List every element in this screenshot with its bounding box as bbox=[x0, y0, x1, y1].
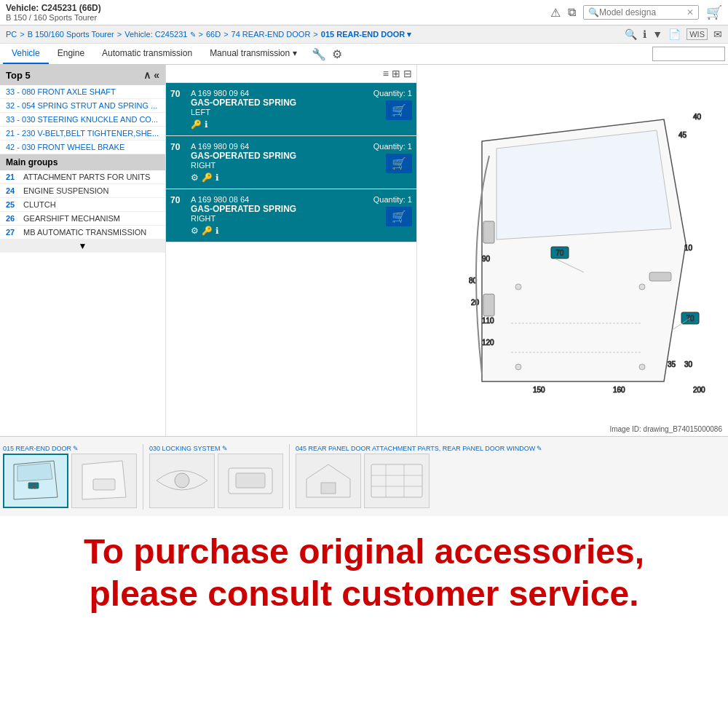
thumb-img-1-0[interactable] bbox=[149, 454, 215, 508]
sidebar-item-4[interactable]: 42 - 030 FRONT WHEEL BRAKE bbox=[0, 141, 165, 154]
svg-text:150: 150 bbox=[533, 386, 545, 394]
group-num-27: 27 bbox=[6, 228, 23, 237]
group-item-25[interactable]: 25 CLUTCH bbox=[0, 198, 165, 212]
filter-icon[interactable]: ▼ bbox=[652, 28, 662, 40]
group-item-27[interactable]: 27 MB AUTOMATIC TRANSMISSION bbox=[0, 226, 165, 240]
svg-text:70: 70 bbox=[686, 314, 695, 323]
sidebar-scroll-down[interactable]: ▼ bbox=[0, 240, 165, 253]
thumb-img-1-1[interactable] bbox=[218, 454, 283, 508]
tab-engine[interactable]: Engine bbox=[49, 44, 93, 64]
promo-line2: please consult customer service. bbox=[7, 573, 721, 615]
add-to-cart-0[interactable]: 🛒 bbox=[386, 100, 412, 120]
sidebar-item-0[interactable]: 33 - 080 FRONT AXLE SHAFT bbox=[0, 85, 165, 99]
clear-search-icon[interactable]: ✕ bbox=[687, 7, 694, 17]
thumb-edit-icon-0[interactable]: ✎ bbox=[73, 445, 79, 452]
info-icon-0[interactable]: ℹ bbox=[205, 119, 208, 130]
svg-text:10: 10 bbox=[684, 244, 693, 252]
group-item-21[interactable]: 21 ATTACHMENT PARTS FOR UNITS bbox=[0, 170, 165, 184]
thumb-edit-icon-2[interactable]: ✎ bbox=[537, 445, 542, 452]
part-name-1: GAS-OPERATED SPRING bbox=[191, 151, 354, 161]
key-icon-2[interactable]: 🔑 bbox=[202, 226, 213, 236]
thumb-img-0-0[interactable]: 70 bbox=[3, 454, 68, 508]
key-icon-0[interactable]: 🔑 bbox=[191, 119, 202, 130]
header-search[interactable]: 🔍 ✕ bbox=[583, 5, 699, 20]
thumb-images-2 bbox=[296, 454, 542, 508]
part-code-2: A 169 980 08 64 bbox=[191, 195, 354, 204]
wis-icon[interactable]: WIS bbox=[687, 28, 708, 40]
thumb-img-0-1[interactable] bbox=[71, 454, 137, 508]
sidebar-top-header: Top 5 ∧ « bbox=[0, 65, 165, 85]
breadcrumb-model[interactable]: B 150/160 Sports Tourer bbox=[28, 30, 114, 39]
breadcrumb-66d[interactable]: 66D bbox=[206, 30, 221, 39]
svg-text:90: 90 bbox=[482, 255, 491, 263]
thumb-label-0[interactable]: 015 REAR-END DOOR ✎ bbox=[3, 445, 137, 452]
breadcrumb-vehicle[interactable]: Vehicle: C245231 ✎ bbox=[124, 30, 195, 39]
cart-icon[interactable]: 🛒 bbox=[706, 4, 722, 20]
diagram-image-wrap: 70 45 40 10 90 80 20 120 150 160 200 35 … bbox=[417, 65, 728, 436]
tab-icon-1[interactable]: 🔧 bbox=[312, 47, 326, 61]
thumb-images-1 bbox=[149, 454, 283, 508]
add-to-cart-2[interactable]: 🛒 bbox=[386, 207, 412, 226]
collapse-icon[interactable]: ∧ bbox=[143, 69, 151, 81]
list-view-icon[interactable]: ≡ bbox=[383, 68, 389, 79]
svg-point-20 bbox=[515, 284, 521, 290]
sidebar-item-1[interactable]: 32 - 054 SPRING STRUT AND SPRING ... bbox=[0, 99, 165, 113]
breadcrumb-74[interactable]: 74 REAR-END DOOR bbox=[232, 30, 311, 39]
mail-icon[interactable]: ✉ bbox=[713, 28, 722, 40]
expand-icon[interactable]: « bbox=[154, 69, 159, 81]
part-sub-1: RIGHT bbox=[191, 161, 354, 170]
add-to-cart-1[interactable]: 🛒 bbox=[386, 154, 412, 173]
tab-search-input[interactable] bbox=[652, 47, 725, 61]
part-details-2: A 169 980 08 64 GAS-OPERATED SPRING RIGH… bbox=[191, 195, 354, 236]
breadcrumb-015[interactable]: 015 REAR-END DOOR ▾ bbox=[321, 30, 412, 39]
top5-label: Top 5 bbox=[6, 70, 31, 81]
main-content: Top 5 ∧ « 33 - 080 FRONT AXLE SHAFT 32 -… bbox=[0, 65, 728, 436]
thumb-label-1[interactable]: 030 LOCKING SYSTEM ✎ bbox=[149, 445, 283, 452]
breadcrumb-pc[interactable]: PC bbox=[6, 30, 17, 39]
group-num-26: 26 bbox=[6, 214, 23, 223]
sidebar-item-3[interactable]: 21 - 230 V-BELT,BELT TIGHTENER,SHE... bbox=[0, 127, 165, 141]
tab-vehicle[interactable]: Vehicle bbox=[3, 44, 49, 64]
group-item-26[interactable]: 26 GEARSHIFT MECHANISM bbox=[0, 212, 165, 226]
print-icon[interactable]: 📄 bbox=[668, 28, 681, 40]
info-icon[interactable]: ℹ bbox=[643, 28, 646, 40]
breadcrumb-tools: 🔍 ℹ ▼ 📄 WIS ✉ bbox=[625, 28, 722, 40]
part-code-1: A 169 980 09 64 bbox=[191, 142, 354, 151]
settings-icon-2[interactable]: ⚙ bbox=[191, 226, 199, 236]
zoom-icon[interactable]: 🔍 bbox=[625, 28, 637, 40]
part-item-0[interactable]: 70 A 169 980 09 64 GAS-OPERATED SPRING L… bbox=[166, 83, 416, 136]
svg-text:110: 110 bbox=[482, 317, 494, 325]
part-item-2[interactable]: 70 A 169 980 08 64 GAS-OPERATED SPRING R… bbox=[166, 189, 416, 242]
group-label-24: ENGINE SUSPENSION bbox=[23, 186, 108, 195]
diagram-svg: 70 45 40 10 90 80 20 120 150 160 200 35 … bbox=[438, 98, 708, 403]
copy-icon[interactable]: ⧉ bbox=[568, 6, 576, 19]
model-search-input[interactable] bbox=[599, 7, 687, 17]
part-sub-2: RIGHT bbox=[191, 214, 354, 223]
tab-manual[interactable]: Manual transmission ▾ bbox=[201, 44, 305, 64]
tabs-bar: Vehicle Engine Automatic transmission Ma… bbox=[0, 44, 728, 65]
warning-icon[interactable]: ⚠ bbox=[550, 6, 561, 20]
tab-icon-2[interactable]: ⚙ bbox=[332, 47, 342, 61]
thumb-edit-icon-1[interactable]: ✎ bbox=[222, 445, 228, 452]
svg-text:30: 30 bbox=[684, 360, 693, 368]
part-item-1[interactable]: 70 A 169 980 09 64 GAS-OPERATED SPRING R… bbox=[166, 136, 416, 189]
thumb-img-2-1[interactable] bbox=[364, 454, 430, 508]
sidebar-item-2[interactable]: 33 - 030 STEERING KNUCKLE AND CO... bbox=[0, 113, 165, 127]
group-item-24[interactable]: 24 ENGINE SUSPENSION bbox=[0, 184, 165, 198]
settings-icon-1[interactable]: ⚙ bbox=[191, 173, 199, 183]
key-icon-1[interactable]: 🔑 bbox=[202, 173, 213, 183]
svg-text:160: 160 bbox=[613, 386, 625, 394]
promo-line1: To purchase original accessories, bbox=[7, 531, 721, 573]
grid-view-icon[interactable]: ⊞ bbox=[392, 68, 400, 79]
svg-rect-28 bbox=[93, 479, 115, 490]
part-pos-1: 70 bbox=[170, 142, 191, 152]
thumb-label-2[interactable]: 045 REAR PANEL DOOR ATTACHMENT PARTS, RE… bbox=[296, 445, 542, 452]
thumb-img-2-0[interactable] bbox=[296, 454, 361, 508]
tab-automatic[interactable]: Automatic transmission bbox=[93, 44, 201, 64]
thumb-divider-1 bbox=[143, 444, 143, 510]
info-icon-1[interactable]: ℹ bbox=[215, 173, 219, 183]
part-name-2: GAS-OPERATED SPRING bbox=[191, 204, 354, 214]
detail-view-icon[interactable]: ⊟ bbox=[403, 68, 412, 79]
thumb-section-1: 030 LOCKING SYSTEM ✎ bbox=[146, 443, 286, 510]
info-icon-2[interactable]: ℹ bbox=[215, 226, 219, 236]
